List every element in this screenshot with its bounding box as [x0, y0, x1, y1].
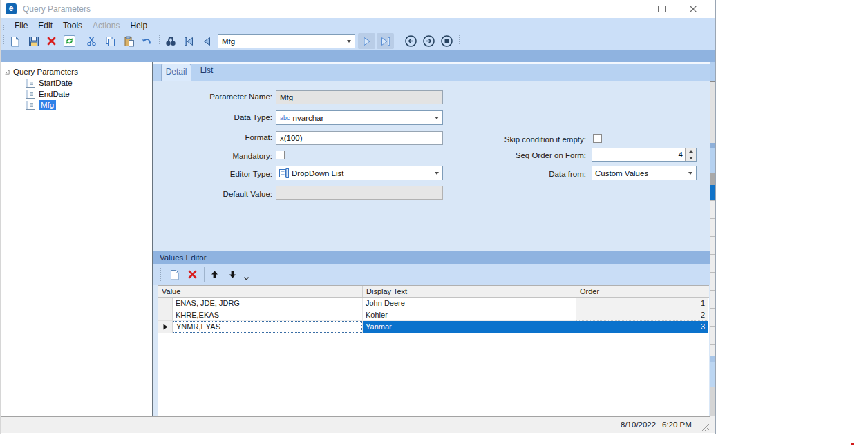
next-record-button[interactable] — [358, 33, 375, 49]
paste-clipboard-icon — [124, 36, 135, 47]
skip-condition-checkbox[interactable] — [593, 134, 602, 143]
copy-button[interactable] — [104, 35, 116, 47]
maximize-button[interactable] — [652, 3, 670, 15]
toolbar-grip-3[interactable] — [459, 35, 460, 47]
tab-strip — [153, 62, 710, 81]
desktop: e Query Parameters File Edit Tools Actio… — [0, 0, 868, 446]
close-button[interactable] — [684, 3, 702, 15]
toolbar-options-button[interactable] — [240, 273, 252, 284]
data-from-combo[interactable]: Custom Values — [592, 166, 697, 180]
cell-value[interactable]: KHRE,EKAS — [173, 309, 362, 321]
mandatory-checkbox[interactable] — [276, 151, 285, 159]
last-record-button[interactable] — [377, 33, 394, 49]
toolbar-grip-2[interactable] — [159, 35, 160, 47]
forward-button[interactable] — [422, 35, 435, 48]
tree-expand-icon[interactable] — [4, 69, 10, 75]
menu-tools[interactable]: Tools — [63, 21, 82, 30]
menu-bar: File Edit Tools Actions Help — [1, 18, 710, 32]
column-header-value[interactable]: Value — [158, 286, 363, 297]
tree-item-mfg[interactable]: Mfg — [26, 99, 56, 110]
cell-order[interactable]: 2 — [576, 309, 708, 321]
tree-item-label[interactable]: EndDate — [39, 90, 70, 98]
menubar-grip[interactable] — [3, 21, 4, 30]
data-type-label: Data Type: — [162, 113, 272, 122]
editor-type-label: Editor Type: — [162, 170, 272, 178]
cell-value[interactable]: ENAS, JDE, JDRG — [173, 298, 362, 309]
paste-button[interactable] — [123, 35, 135, 47]
data-type-dropdown-button[interactable] — [431, 117, 442, 119]
seq-order-value: 4 — [592, 148, 685, 161]
arrow-up-icon — [210, 270, 219, 279]
tree-item-label-selected[interactable]: Mfg — [39, 100, 56, 110]
first-record-button[interactable] — [182, 35, 194, 47]
refresh-button[interactable] — [64, 35, 75, 47]
spin-up-button[interactable] — [686, 148, 696, 155]
menu-help[interactable]: Help — [130, 21, 147, 30]
next-record-icon — [362, 37, 372, 46]
parameter-name-field[interactable]: Mfg — [276, 90, 443, 104]
home-button[interactable] — [440, 35, 453, 48]
cell-order[interactable]: 3 — [576, 321, 708, 333]
tree-item-startdate[interactable]: StartDate — [26, 77, 73, 88]
format-label: Format: — [162, 133, 272, 142]
data-type-combo[interactable]: abc nvarchar — [276, 110, 443, 125]
column-header-display-text[interactable]: Display Text — [363, 286, 576, 297]
format-field[interactable]: x(100) — [276, 131, 443, 145]
tab-detail[interactable]: Detail — [161, 64, 191, 81]
toolbar-separator-2 — [399, 35, 399, 48]
previous-record-icon — [202, 37, 211, 46]
editor-type-dropdown-button[interactable] — [431, 172, 442, 175]
search-button[interactable] — [164, 35, 176, 47]
spin-down-button[interactable] — [686, 155, 696, 162]
data-type-value: nvarchar — [290, 114, 431, 122]
tree-item-enddate[interactable]: EndDate — [26, 88, 70, 99]
record-search-dropdown-button[interactable] — [343, 40, 355, 43]
row-gutter-current[interactable] — [158, 321, 173, 333]
cell-value[interactable]: YNMR,EYAS — [173, 321, 362, 333]
data-from-dropdown-button[interactable] — [685, 172, 696, 175]
toolbar-grip[interactable] — [3, 35, 4, 47]
cell-display-text[interactable]: Yanmar — [362, 321, 576, 333]
delete-value-button[interactable] — [187, 269, 198, 280]
menu-file[interactable]: File — [15, 21, 28, 30]
table-row[interactable]: KHRE,EKAS Kohler 2 — [158, 309, 709, 321]
minimize-button[interactable] — [622, 3, 640, 15]
move-down-button[interactable] — [227, 269, 238, 280]
seq-order-spinner[interactable]: 4 — [592, 148, 697, 162]
menu-edit[interactable]: Edit — [38, 21, 53, 30]
row-gutter[interactable] — [158, 298, 173, 309]
status-bar: 8/10/2022 6:20 PM — [1, 416, 710, 433]
red-dot-artifact — [851, 443, 854, 445]
add-value-button[interactable] — [169, 269, 180, 280]
move-up-button[interactable] — [209, 269, 220, 280]
column-header-order[interactable]: Order — [576, 286, 709, 297]
tree-item-label[interactable]: StartDate — [39, 79, 73, 87]
title-bar[interactable]: e Query Parameters — [1, 0, 710, 18]
cut-button[interactable] — [86, 35, 97, 47]
close-icon — [689, 5, 697, 13]
row-gutter[interactable] — [158, 309, 173, 321]
tab-list[interactable]: List — [194, 66, 219, 81]
new-button[interactable] — [9, 35, 21, 47]
tree-root-label[interactable]: Query Parameters — [13, 68, 78, 76]
editor-type-combo[interactable]: DropDown List — [276, 166, 443, 180]
cell-display-text[interactable]: Kohler — [362, 309, 576, 321]
record-search-combo[interactable]: Mfg — [218, 34, 355, 48]
resize-grip-icon[interactable] — [700, 422, 710, 432]
chevron-down-icon — [688, 172, 692, 175]
main-toolbar: Mfg — [1, 32, 710, 50]
tree-root-row[interactable]: Query Parameters — [4, 66, 78, 77]
cell-order[interactable]: 1 — [576, 298, 708, 309]
back-button[interactable] — [404, 35, 417, 48]
parameter-icon — [26, 79, 36, 88]
values-editor-toolbar — [153, 264, 710, 285]
values-toolbar-grip[interactable] — [160, 268, 161, 281]
save-button[interactable] — [28, 35, 39, 47]
undo-button[interactable] — [140, 35, 152, 47]
table-row-selected[interactable]: YNMR,EYAS Yanmar 3 — [158, 321, 709, 333]
current-row-marker-icon — [163, 324, 168, 330]
table-row[interactable]: ENAS, JDE, JDRG John Deere 1 — [158, 298, 709, 309]
previous-record-button[interactable] — [200, 35, 212, 47]
cell-display-text[interactable]: John Deere — [362, 298, 576, 309]
delete-button[interactable] — [46, 35, 57, 47]
